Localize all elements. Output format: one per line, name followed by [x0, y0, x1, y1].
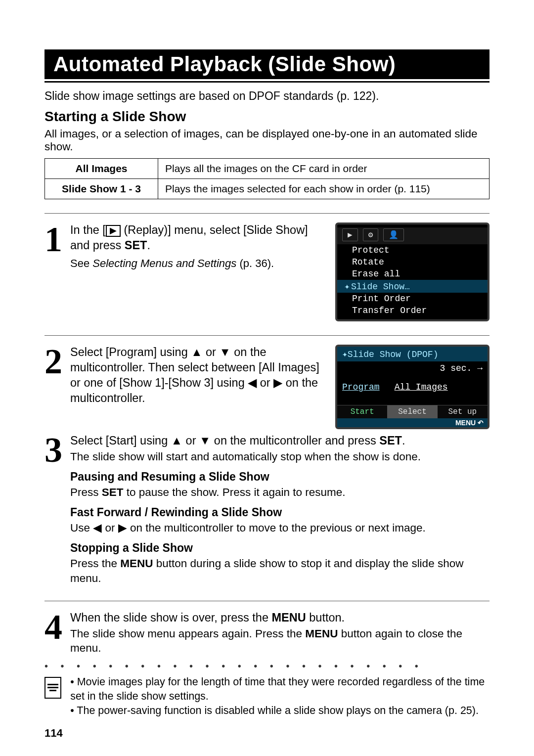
step3-title: Select [Start] using ▲ or ▼ on the multi… — [70, 434, 405, 447]
modes-table: All Images Plays all the images on the C… — [44, 158, 490, 199]
text: See — [70, 257, 92, 269]
lcd-start: Start — [337, 405, 387, 418]
table-row: Slide Show 1 - 3 Plays the images select… — [45, 179, 490, 199]
menu-item-protect: Protect — [337, 244, 488, 256]
dotted-rule: • • • • • • • • • • • • • • • • • • • • … — [44, 661, 490, 672]
step-number-3: 3 — [44, 435, 62, 465]
text: Use — [70, 522, 93, 534]
note-icon — [44, 677, 61, 699]
down-arrow-icon: ▼ — [219, 346, 230, 358]
text: When the slide show is over, press the — [70, 611, 272, 624]
tab-icon-playback: ▶ — [342, 228, 358, 241]
separator — [44, 601, 490, 601]
menu-label: MENU — [305, 627, 338, 640]
step4-title: When the slide show is over, press the M… — [70, 611, 345, 624]
text: Press the — [70, 557, 120, 570]
lcd-header: Slide Show (DPOF) — [348, 350, 439, 359]
text: or — [182, 434, 199, 447]
text: In the [ — [70, 223, 106, 236]
step3-p4: Press the MENU button during a slide sho… — [70, 556, 490, 585]
right-arrow-icon: ▶ — [118, 522, 127, 534]
menu-label: MENU — [272, 611, 306, 624]
text: Select [Start] using — [70, 434, 171, 447]
lcd-setup: Set up — [438, 405, 488, 418]
mode-label: Slide Show 1 - 3 — [45, 179, 158, 199]
text: Select [Program] using — [70, 346, 191, 358]
page-number: 114 — [44, 727, 490, 740]
text: or — [257, 376, 273, 389]
text: or — [203, 346, 220, 358]
lcd-menu-label: MENU ↶ — [337, 418, 488, 427]
text: on the multicontroller to move to the pr… — [127, 522, 426, 534]
section-heading: Starting a Slide Show — [44, 109, 490, 125]
step1-title: In the [▶ (Replay)] menu, select [Slide … — [70, 223, 308, 252]
tab-icon-mycamera: 👤 — [383, 228, 404, 241]
right-arrow-icon: ▶ — [273, 376, 282, 389]
menu-item-slide-show: ✦Slide Show… — [337, 280, 488, 293]
step3-p3: Use ◀ or ▶ on the multicontroller to mov… — [70, 521, 490, 535]
step3-h1: Pausing and Resuming a Slide Show — [70, 469, 490, 484]
text: . — [147, 239, 150, 252]
separator — [44, 335, 490, 336]
text: Slide Show… — [351, 282, 410, 292]
note-2: The power-saving function is disabled wh… — [70, 704, 490, 718]
up-arrow-icon: ▲ — [171, 434, 182, 447]
menu-item-erase-all: Erase all — [337, 268, 488, 280]
text: (p. 36). — [236, 257, 274, 269]
set-label: SET — [102, 486, 124, 498]
lcd-screenshot-replay-menu: ▶ ⚙ 👤 Protect Rotate Erase all ✦Slide Sh… — [335, 222, 490, 321]
lcd-select: Select — [387, 405, 437, 418]
separator — [44, 213, 490, 214]
selector-icon: ✦ — [343, 281, 351, 292]
menu-item-rotate: Rotate — [337, 256, 488, 268]
set-label: SET — [125, 239, 147, 252]
text: The slide show menu appears again. Press… — [70, 627, 305, 640]
text: to pause the show. Press it again to res… — [124, 486, 346, 498]
selector-icon: ✦ — [342, 350, 348, 359]
text: . — [402, 434, 405, 447]
text: Selecting Menus and Settings — [92, 257, 236, 269]
step-number-2: 2 — [44, 347, 62, 377]
intro-text: Slide show image settings are based on D… — [44, 89, 490, 103]
text: button. — [306, 611, 345, 624]
table-row: All Images Plays all the images on the C… — [45, 159, 490, 179]
playback-icon: ▶ — [106, 225, 121, 237]
text: Press — [70, 486, 102, 498]
step-number-1: 1 — [44, 224, 62, 255]
mode-desc: Plays all the images on the CF card in o… — [158, 159, 490, 179]
section-lead: All images, or a selection of images, ca… — [44, 128, 490, 153]
step4-p: The slide show menu appears again. Press… — [70, 626, 490, 656]
lcd-time: 3 sec. → — [337, 361, 488, 380]
step3-p1: The slide show will start and automatica… — [70, 449, 490, 464]
step3-p2: Press SET to pause the show. Press it ag… — [70, 485, 490, 500]
step3-h3: Stopping a Slide Show — [70, 540, 490, 555]
mode-label: All Images — [45, 159, 158, 179]
page-title: Automated Playback (Slide Show) — [44, 49, 490, 79]
tab-icon-setup: ⚙ — [363, 228, 379, 241]
title-rule — [44, 81, 490, 83]
step3-h2: Fast Forward / Rewinding a Slide Show — [70, 505, 490, 520]
up-arrow-icon: ▲ — [191, 346, 202, 358]
lcd-all-images: All Images — [395, 382, 448, 392]
menu-label: MENU — [120, 557, 153, 570]
step2-text: Select [Program] using ▲ or ▼ on the mul… — [70, 345, 325, 406]
lcd-program: Program — [342, 382, 380, 392]
lcd-screenshot-slideshow-dpof: ✦Slide Show (DPOF) 3 sec. → Program All … — [335, 345, 490, 429]
step1-subtext: See Selecting Menus and Settings (p. 36)… — [70, 256, 325, 270]
set-label: SET — [379, 434, 402, 447]
menu-item-print-order: Print Order — [337, 293, 488, 305]
text: on the multicontroller and press — [211, 434, 379, 447]
left-arrow-icon: ◀ — [93, 522, 102, 534]
text: or — [102, 522, 118, 534]
step-number-4: 4 — [44, 612, 62, 642]
note-1: Movie images play for the length of time… — [70, 675, 490, 704]
left-arrow-icon: ◀ — [248, 376, 257, 389]
mode-desc: Plays the images selected for each show … — [158, 179, 490, 199]
menu-item-transfer-order: Transfer Order — [337, 305, 488, 316]
down-arrow-icon: ▼ — [199, 434, 211, 447]
